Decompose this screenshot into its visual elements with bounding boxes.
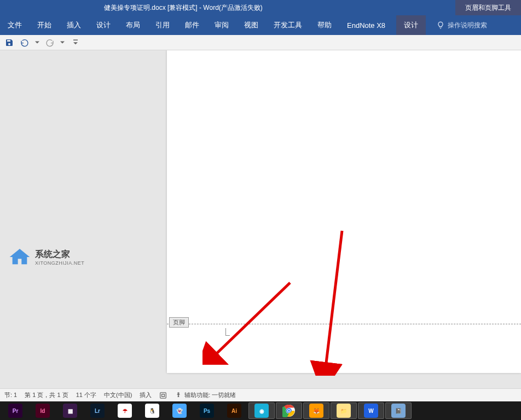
- status-accessibility-label: 辅助功能: 一切就绪: [184, 391, 236, 399]
- taskbar-app[interactable]: ▦: [57, 402, 83, 419]
- watermark: 系统之家 XITONGZHIJIA.NET: [9, 247, 84, 267]
- undo-button[interactable]: [20, 38, 30, 48]
- taskbar-app[interactable]: 👻: [166, 402, 193, 419]
- lightbulb-icon: [437, 21, 444, 29]
- taskbar-app[interactable]: Ps: [194, 402, 220, 419]
- app-badge: Ps: [200, 404, 214, 418]
- app-badge: Pr: [8, 404, 22, 418]
- app-badge: Lr: [90, 404, 105, 418]
- chevron-down-icon[interactable]: [60, 40, 65, 45]
- annotation-arrow-1: [202, 277, 296, 365]
- redo-button[interactable]: [45, 38, 55, 48]
- tab-insert[interactable]: 插入: [59, 15, 89, 35]
- taskbar-app[interactable]: Pr: [2, 402, 28, 419]
- header-footer-tools-label: 页眉和页脚工具: [455, 0, 521, 15]
- qat-customize-icon[interactable]: [73, 39, 78, 46]
- taskbar-app[interactable]: 🐧: [139, 402, 165, 419]
- svg-rect-1: [18, 253, 22, 254]
- macro-icon: [159, 392, 167, 399]
- status-words[interactable]: 11 个字: [76, 391, 96, 399]
- taskbar-app[interactable]: Id: [30, 402, 56, 419]
- svg-line-3: [326, 231, 342, 368]
- app-badge: ▦: [63, 404, 77, 418]
- chevron-down-icon[interactable]: [35, 40, 39, 45]
- svg-rect-4: [160, 392, 166, 398]
- undo-icon: [20, 38, 29, 47]
- taskbar-app[interactable]: 📁: [331, 402, 357, 419]
- house-icon: [9, 247, 31, 267]
- app-badge: Ai: [227, 404, 241, 418]
- taskbar-app[interactable]: Lr: [84, 402, 111, 419]
- taskbar-app[interactable]: ◉: [248, 402, 275, 419]
- taskbar-app[interactable]: 📓: [385, 402, 412, 419]
- taskbar-app[interactable]: W: [358, 402, 384, 419]
- save-icon: [5, 38, 14, 47]
- app-badge: ☂: [118, 404, 132, 418]
- status-section[interactable]: 节: 1: [4, 391, 17, 399]
- svg-rect-5: [162, 394, 165, 396]
- tab-mailings[interactable]: 邮件: [177, 15, 207, 35]
- svg-point-11: [288, 410, 290, 412]
- taskbar-app[interactable]: [276, 402, 302, 419]
- app-badge: 👻: [172, 404, 187, 418]
- title-bar: 健美操专项证明.docx [兼容模式] - Word(产品激活失败) 页眉和页脚…: [0, 0, 521, 15]
- svg-line-2: [213, 283, 290, 357]
- status-language[interactable]: 中文(中国): [104, 391, 132, 399]
- tab-home[interactable]: 开始: [30, 15, 59, 35]
- app-badge: 🦊: [309, 404, 323, 418]
- app-badge: 📁: [337, 404, 351, 418]
- tab-endnote[interactable]: EndNote X8: [339, 15, 393, 35]
- status-macro[interactable]: [159, 392, 167, 399]
- tell-me-search[interactable]: 操作说明搜索: [437, 21, 487, 30]
- tab-layout[interactable]: 布局: [118, 15, 148, 35]
- status-insert-mode[interactable]: 插入: [140, 391, 152, 399]
- status-bar: 节: 1 第 1 页，共 1 页 11 个字 中文(中国) 插入 辅助功能: 一…: [0, 388, 521, 401]
- tab-view[interactable]: 视图: [236, 15, 266, 35]
- svg-point-6: [178, 392, 179, 393]
- footer-label[interactable]: 页脚: [169, 317, 189, 328]
- taskbar-app[interactable]: ☂: [112, 402, 138, 419]
- app-badge: ◉: [254, 404, 269, 418]
- app-badge: Id: [36, 404, 50, 418]
- status-page[interactable]: 第 1 页，共 1 页: [25, 391, 68, 399]
- tab-references[interactable]: 引用: [148, 15, 177, 35]
- save-button[interactable]: [4, 38, 14, 48]
- app-badge: 🐧: [145, 404, 159, 418]
- ribbon: 文件 开始 插入 设计 布局 引用 邮件 审阅 视图 开发工具 帮助 EndNo…: [0, 15, 521, 35]
- document-workspace[interactable]: 页脚 系统之家 XITONGZHIJIA.NET: [0, 50, 521, 388]
- chrome-icon: [282, 404, 296, 417]
- app-badge: W: [364, 404, 378, 418]
- title-right: 页眉和页脚工具: [455, 0, 521, 15]
- app-badge: 📓: [391, 404, 406, 418]
- accessibility-icon: [175, 392, 182, 399]
- watermark-en: XITONGZHIJIA.NET: [35, 260, 84, 266]
- watermark-cn: 系统之家: [35, 249, 84, 260]
- tell-me-label: 操作说明搜索: [448, 21, 487, 30]
- tab-hf-design[interactable]: 设计: [396, 15, 426, 35]
- tab-review[interactable]: 审阅: [207, 15, 236, 35]
- taskbar: PrId▦Lr☂🐧👻PsAi◉🦊📁W📓: [0, 401, 521, 420]
- redo-icon: [45, 38, 54, 47]
- taskbar-app[interactable]: Ai: [221, 402, 247, 419]
- annotation-arrow-2: [309, 228, 353, 376]
- quick-access-toolbar: [0, 35, 521, 50]
- document-title: 健美操专项证明.docx [兼容模式] - Word(产品激活失败): [104, 3, 263, 13]
- tab-file[interactable]: 文件: [0, 15, 30, 35]
- svg-rect-0: [73, 39, 78, 40]
- tab-help[interactable]: 帮助: [310, 15, 339, 35]
- taskbar-app[interactable]: 🦊: [303, 402, 329, 419]
- tab-design[interactable]: 设计: [89, 15, 118, 35]
- status-accessibility[interactable]: 辅助功能: 一切就绪: [175, 391, 236, 399]
- tab-developer[interactable]: 开发工具: [266, 15, 310, 35]
